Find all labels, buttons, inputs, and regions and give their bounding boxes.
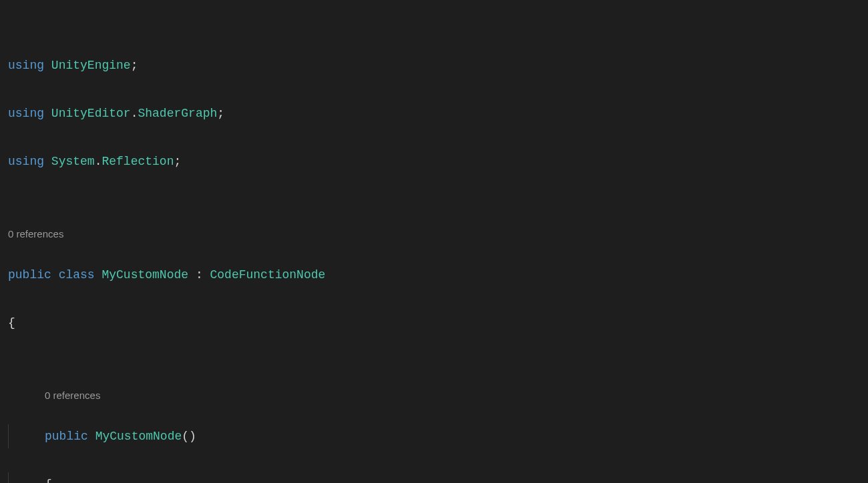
keyword-using: using <box>8 107 44 120</box>
keyword-class: class <box>59 268 95 282</box>
code-line[interactable]: { <box>8 472 860 483</box>
namespace: UnityEngine <box>51 59 131 72</box>
dot: . <box>131 107 138 120</box>
colon: : <box>188 268 210 282</box>
codelens[interactable]: 0 references <box>8 227 860 242</box>
keyword-using: using <box>8 59 44 72</box>
namespace: ShaderGraph <box>138 107 217 120</box>
keyword-using: using <box>8 155 44 168</box>
dot: . <box>95 155 102 168</box>
code-line[interactable]: public MyCustomNode() <box>8 424 860 448</box>
code-line[interactable]: { <box>8 311 860 335</box>
code-line[interactable]: using UnityEngine; <box>8 53 860 77</box>
keyword-public: public <box>45 430 88 443</box>
code-line[interactable]: using System.Reflection; <box>8 149 860 173</box>
namespace: UnityEditor <box>51 107 131 120</box>
semicolon: ; <box>217 107 224 120</box>
class-name: MyCustomNode <box>101 268 188 282</box>
base-class: CodeFunctionNode <box>210 268 325 282</box>
codelens[interactable]: 0 references <box>8 388 860 403</box>
code-line[interactable]: public class MyCustomNode : CodeFunction… <box>8 263 860 287</box>
namespace: System <box>51 155 95 168</box>
namespace: Reflection <box>101 155 174 168</box>
semicolon: ; <box>174 155 181 168</box>
code-line[interactable]: using UnityEditor.ShaderGraph; <box>8 101 860 125</box>
code-editor[interactable]: using UnityEngine; using UnityEditor.Sha… <box>0 0 868 483</box>
parens: () <box>182 430 196 443</box>
constructor-name: MyCustomNode <box>95 430 182 443</box>
semicolon: ; <box>131 59 138 72</box>
keyword-public: public <box>8 268 51 282</box>
brace-open: { <box>45 478 52 483</box>
brace-open: { <box>8 316 15 330</box>
